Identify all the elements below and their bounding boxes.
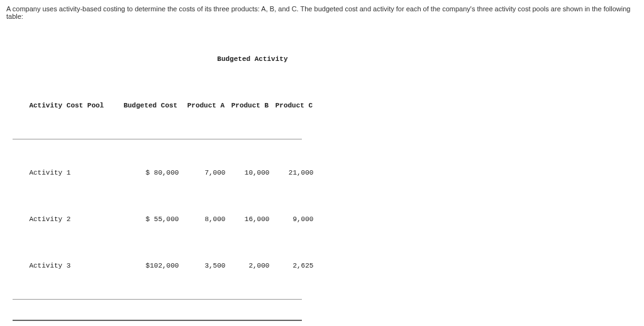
cell-budget: $ 55,000	[123, 215, 186, 224]
table-rule-bottom	[13, 320, 302, 321]
cell-a: 7,000	[186, 168, 230, 178]
cell-a: 3,500	[186, 261, 230, 271]
cell-b: 2,000	[230, 261, 274, 271]
cell-pool: Activity 2	[29, 215, 123, 224]
cell-c: 21,000	[274, 168, 318, 178]
col-header-pool: Activity Cost Pool	[29, 101, 123, 111]
cell-budget: $ 80,000	[123, 168, 186, 178]
cell-c: 9,000	[274, 215, 318, 224]
table-rule	[13, 299, 302, 300]
problem-prompt: A company uses activity-based costing to…	[0, 0, 644, 23]
cell-b: 10,000	[230, 168, 274, 178]
cell-b: 16,000	[230, 215, 274, 224]
table-rule	[13, 139, 302, 139]
cost-table: Budgeted Activity Activity Cost PoolBudg…	[0, 23, 644, 326]
col-header-b: Product B	[230, 101, 274, 111]
table-header-group: Budgeted Activity	[186, 55, 318, 64]
cell-a: 8,000	[186, 215, 230, 224]
col-header-c: Product C	[274, 101, 318, 111]
cell-c: 2,625	[274, 261, 318, 271]
cell-pool: Activity 1	[29, 168, 123, 178]
col-header-budget: Budgeted Cost	[123, 101, 186, 111]
cell-budget: $102,000	[123, 261, 186, 271]
cell-pool: Activity 3	[29, 261, 123, 271]
col-header-a: Product A	[186, 101, 230, 111]
